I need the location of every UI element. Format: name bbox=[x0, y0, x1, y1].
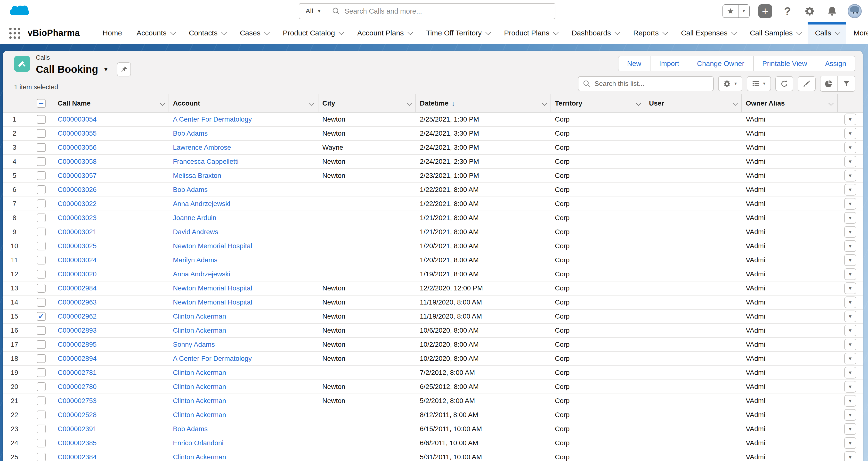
account-link[interactable]: Clinton Ackerman bbox=[173, 312, 226, 320]
account-link[interactable]: Newton Memorial Hospital bbox=[173, 242, 252, 250]
call-name-link[interactable]: C000002893 bbox=[58, 327, 96, 334]
tab-cases[interactable]: Cases bbox=[232, 22, 276, 44]
account-link[interactable]: Enrico Orlandoni bbox=[173, 439, 224, 447]
call-name-link[interactable]: C000003020 bbox=[58, 270, 96, 278]
account-link[interactable]: Newton Memorial Hospital bbox=[173, 299, 252, 306]
list-view-name[interactable]: Call Booking bbox=[36, 64, 98, 75]
column-header-territory[interactable]: Territory bbox=[551, 94, 645, 112]
row-actions-button[interactable]: ▼ bbox=[844, 282, 856, 294]
tab-contacts[interactable]: Contacts bbox=[182, 22, 232, 44]
account-link[interactable]: A Center For Dermatology bbox=[173, 355, 252, 362]
call-name-link[interactable]: C000002753 bbox=[58, 397, 96, 404]
row-actions-button[interactable]: ▼ bbox=[844, 325, 856, 336]
account-link[interactable]: Melissa Braxton bbox=[173, 172, 221, 179]
row-actions-button[interactable]: ▼ bbox=[844, 353, 856, 364]
row-checkbox[interactable] bbox=[37, 284, 45, 293]
row-checkbox[interactable] bbox=[37, 129, 45, 138]
global-search-input[interactable] bbox=[345, 7, 550, 15]
account-link[interactable]: David Andrews bbox=[173, 228, 218, 236]
call-name-link[interactable]: C000003022 bbox=[58, 200, 96, 208]
tab-time-off-territory[interactable]: Time Off Territory bbox=[419, 22, 497, 44]
row-actions-button[interactable]: ▼ bbox=[844, 297, 856, 308]
call-name-link[interactable]: C000003023 bbox=[58, 214, 96, 221]
refresh-button[interactable] bbox=[775, 76, 793, 91]
column-header-owner-alias[interactable]: Owner Alias bbox=[742, 94, 838, 112]
row-actions-button[interactable]: ▼ bbox=[844, 381, 856, 393]
list-view-controls-button[interactable]: ▼ bbox=[718, 76, 742, 91]
row-checkbox[interactable] bbox=[37, 171, 45, 180]
printable-view-button[interactable]: Printable View bbox=[753, 56, 816, 71]
change-owner-button[interactable]: Change Owner bbox=[688, 56, 753, 71]
call-name-link[interactable]: C000002385 bbox=[58, 439, 96, 447]
new-button[interactable]: New bbox=[618, 56, 650, 71]
favorites-dropdown-icon[interactable]: ▼ bbox=[738, 5, 749, 18]
tab-product-catalog[interactable]: Product Catalog bbox=[276, 22, 350, 44]
tab-accounts[interactable]: Accounts bbox=[129, 22, 181, 44]
chevron-down-icon[interactable] bbox=[733, 101, 738, 106]
row-actions-button[interactable]: ▼ bbox=[844, 423, 856, 435]
call-name-link[interactable]: C000003058 bbox=[58, 158, 96, 165]
row-checkbox[interactable] bbox=[37, 354, 45, 363]
row-checkbox[interactable] bbox=[37, 298, 45, 307]
row-checkbox[interactable] bbox=[37, 242, 45, 250]
account-link[interactable]: Newton Memorial Hospital bbox=[173, 284, 252, 292]
call-name-link[interactable]: C000003057 bbox=[58, 172, 96, 179]
row-actions-button[interactable]: ▼ bbox=[844, 268, 856, 280]
tab-reports[interactable]: Reports bbox=[626, 22, 674, 44]
tab-calls[interactable]: Calls bbox=[808, 22, 846, 44]
account-link[interactable]: Francesca Cappelletti bbox=[173, 158, 239, 165]
column-header-city[interactable]: City bbox=[318, 94, 416, 112]
row-actions-button[interactable]: ▼ bbox=[844, 240, 856, 252]
call-name-link[interactable]: C000003024 bbox=[58, 256, 96, 264]
column-header-call-name[interactable]: Call Name bbox=[54, 94, 169, 112]
tab-account-plans[interactable]: Account Plans bbox=[350, 22, 419, 44]
account-link[interactable]: Clinton Ackerman bbox=[173, 369, 226, 376]
tab-product-plans[interactable]: Product Plans bbox=[497, 22, 564, 44]
notifications-bell-icon[interactable] bbox=[825, 4, 839, 18]
call-name-link[interactable]: C000002984 bbox=[58, 284, 96, 292]
account-link[interactable]: A Center For Dermatology bbox=[173, 116, 252, 123]
search-scope-selector[interactable]: All ▼ bbox=[299, 4, 327, 19]
call-name-link[interactable]: C000002963 bbox=[58, 299, 96, 306]
global-add-button[interactable]: + bbox=[758, 4, 772, 18]
account-link[interactable]: Clinton Ackerman bbox=[173, 383, 226, 390]
account-link[interactable]: Sonny Adams bbox=[173, 341, 215, 348]
call-name-link[interactable]: C000002781 bbox=[58, 369, 96, 376]
row-checkbox[interactable] bbox=[37, 143, 45, 152]
account-link[interactable]: Joanne Arduin bbox=[173, 214, 216, 221]
call-name-link[interactable]: C000003055 bbox=[58, 129, 96, 137]
chevron-down-icon[interactable] bbox=[829, 101, 834, 106]
call-name-link[interactable]: C000003054 bbox=[58, 116, 96, 123]
setup-gear-icon[interactable] bbox=[803, 4, 816, 18]
call-name-link[interactable]: C000002895 bbox=[58, 341, 96, 348]
row-actions-button[interactable]: ▼ bbox=[844, 437, 856, 449]
charts-button[interactable] bbox=[820, 76, 837, 91]
display-as-button[interactable]: ▼ bbox=[747, 76, 771, 91]
row-checkbox[interactable] bbox=[37, 256, 45, 265]
user-avatar[interactable] bbox=[848, 4, 862, 18]
row-actions-button[interactable]: ▼ bbox=[844, 226, 856, 238]
account-link[interactable]: Clinton Ackerman bbox=[173, 411, 226, 419]
call-name-link[interactable]: C000003021 bbox=[58, 228, 96, 236]
row-actions-button[interactable]: ▼ bbox=[844, 451, 856, 461]
row-checkbox[interactable] bbox=[37, 439, 45, 448]
chevron-down-icon[interactable] bbox=[636, 101, 641, 106]
call-name-link[interactable]: C000002962 bbox=[58, 312, 96, 320]
filter-button[interactable] bbox=[837, 76, 855, 91]
row-checkbox[interactable] bbox=[37, 157, 45, 166]
column-header-user[interactable]: User bbox=[645, 94, 742, 112]
list-view-dropdown-icon[interactable]: ▼ bbox=[103, 66, 109, 73]
select-all-checkbox[interactable] bbox=[37, 99, 45, 108]
row-actions-button[interactable]: ▼ bbox=[844, 395, 856, 407]
list-search-input[interactable] bbox=[594, 80, 709, 88]
row-checkbox[interactable] bbox=[37, 453, 45, 461]
account-link[interactable]: Anna Andrzejewski bbox=[173, 200, 230, 208]
account-link[interactable]: Marilyn Adams bbox=[173, 256, 218, 264]
row-checkbox[interactable] bbox=[37, 312, 45, 321]
call-name-link[interactable]: C000002780 bbox=[58, 383, 96, 390]
call-name-link[interactable]: C000002528 bbox=[58, 411, 96, 419]
row-actions-button[interactable]: ▼ bbox=[844, 156, 856, 167]
chevron-down-icon[interactable] bbox=[542, 101, 547, 106]
tab-home[interactable]: Home bbox=[95, 22, 129, 44]
column-header-datetime[interactable]: Datetime↓ bbox=[416, 94, 551, 112]
